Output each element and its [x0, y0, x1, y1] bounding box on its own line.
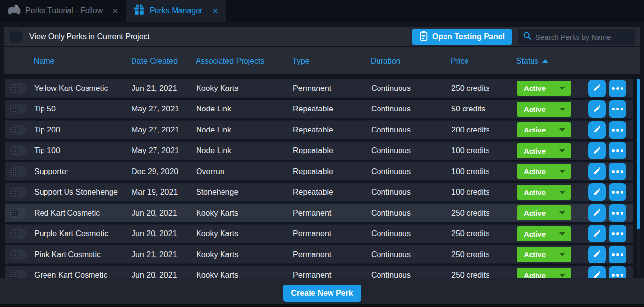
chevron-down-icon	[559, 149, 565, 153]
perk-enabled-toggle[interactable]	[9, 145, 27, 156]
open-testing-panel-button[interactable]: Open Testing Panel	[412, 29, 512, 45]
edit-perk-button[interactable]	[588, 266, 606, 279]
chevron-down-icon	[559, 191, 565, 194]
ellipsis-icon	[612, 170, 623, 173]
more-options-button[interactable]	[609, 183, 626, 201]
edit-perk-button[interactable]	[588, 225, 606, 242]
close-icon[interactable]: ×	[112, 6, 118, 16]
status-dropdown[interactable]: Active	[517, 268, 571, 279]
table-row[interactable]: Support Us Stonehenge Mar 19, 2021 Stone…	[5, 183, 633, 202]
toggle-knob	[11, 126, 19, 134]
cell-associated-projects: Overrun	[196, 167, 293, 176]
perk-enabled-toggle[interactable]	[9, 125, 27, 135]
more-options-button[interactable]	[609, 163, 626, 180]
perk-enabled-toggle[interactable]	[9, 187, 27, 197]
status-dropdown[interactable]: Active	[517, 164, 571, 179]
edit-perk-button[interactable]	[588, 204, 606, 222]
table-row[interactable]: Tip 50 May 27, 2021 Node Link Repeatable…	[5, 100, 633, 119]
more-options-button[interactable]	[609, 225, 626, 242]
table-row[interactable]: Purple Kart Cosmetic Jun 20, 2021 Kooky …	[5, 224, 633, 243]
view-only-checkbox[interactable]	[10, 31, 22, 43]
ellipsis-icon	[612, 212, 623, 215]
perk-enabled-toggle[interactable]	[9, 270, 27, 279]
scrollbar-track[interactable]	[637, 79, 640, 276]
edit-perk-button[interactable]	[588, 142, 606, 159]
more-options-button[interactable]	[609, 121, 626, 139]
cell-type: Repeatable	[293, 105, 371, 113]
more-options-button[interactable]	[609, 266, 626, 279]
column-header-associated-projects[interactable]: Associated Projects	[196, 57, 292, 66]
cell-associated-projects: Kooky Karts	[196, 209, 293, 218]
column-header-price[interactable]: Price	[451, 57, 516, 66]
clipboard-icon	[420, 31, 428, 43]
ellipsis-icon	[612, 253, 623, 256]
more-options-button[interactable]	[609, 80, 626, 97]
edit-perk-button[interactable]	[588, 246, 606, 263]
column-header-name[interactable]: Name	[34, 57, 131, 66]
cell-price: 250 credits	[451, 250, 517, 259]
status-value: Active	[524, 167, 546, 175]
cell-duration: Continuous	[371, 167, 451, 176]
edit-perk-button[interactable]	[588, 80, 606, 97]
column-header-type[interactable]: Type	[292, 57, 371, 66]
search-icon	[523, 31, 532, 42]
more-options-button[interactable]	[609, 100, 626, 118]
perk-enabled-toggle[interactable]	[9, 166, 27, 177]
cell-date-created: Jun 21, 2021	[132, 84, 196, 93]
table-row[interactable]: Supporter Dec 29, 2020 Overrun Repeatabl…	[5, 162, 633, 181]
scrollbar-thumb[interactable]	[637, 79, 640, 229]
chevron-down-icon	[559, 108, 565, 111]
cell-name: Tip 200	[34, 126, 132, 134]
pencil-icon	[593, 249, 601, 260]
toggle-knob	[11, 85, 19, 92]
status-dropdown[interactable]: Active	[517, 81, 571, 96]
status-value: Active	[524, 84, 546, 92]
bottom-strip	[0, 304, 644, 307]
cell-date-created: May 27, 2021	[132, 105, 196, 113]
status-dropdown[interactable]: Active	[517, 102, 571, 117]
table-row[interactable]: Green Kart Cosmetic Jun 20, 2021 Kooky K…	[5, 266, 633, 279]
create-new-perk-button[interactable]: Create New Perk	[283, 285, 361, 302]
status-value: Active	[524, 126, 546, 134]
perk-enabled-toggle[interactable]	[9, 83, 27, 94]
cell-associated-projects: Kooky Karts	[196, 271, 293, 279]
more-options-button[interactable]	[609, 246, 626, 263]
tab-perks-manager[interactable]: Perks Manager ×	[126, 0, 226, 22]
table-row[interactable]: Tip 100 May 27, 2021 Node Link Repeatabl…	[5, 141, 633, 160]
perk-enabled-toggle[interactable]	[9, 208, 27, 219]
table-row[interactable]: Yellow Kart Cosmetic Jun 21, 2021 Kooky …	[5, 79, 633, 98]
edit-perk-button[interactable]	[588, 121, 606, 139]
tab-perks-tutorial[interactable]: Perks Tutorial - Follow ×	[0, 0, 126, 22]
perk-enabled-toggle[interactable]	[9, 228, 27, 239]
status-dropdown[interactable]: Active	[517, 122, 571, 137]
more-options-button[interactable]	[609, 204, 626, 222]
chevron-down-icon	[559, 170, 565, 173]
pencil-icon	[593, 104, 601, 114]
perk-enabled-toggle[interactable]	[9, 104, 27, 114]
cell-price: 250 credits	[451, 271, 517, 279]
table-row[interactable]: Pink Kart Cosmetic Jun 21, 2021 Kooky Ka…	[5, 245, 633, 264]
search-input[interactable]	[535, 33, 630, 41]
pencil-icon	[593, 146, 601, 156]
status-dropdown[interactable]: Active	[517, 185, 571, 200]
table-row[interactable]: Red Kart Cosmetic Jun 20, 2021 Kooky Kar…	[5, 203, 633, 222]
edit-perk-button[interactable]	[588, 183, 606, 201]
status-dropdown[interactable]: Active	[517, 226, 571, 241]
search-box	[518, 29, 635, 45]
table-row[interactable]: Tip 200 May 27, 2021 Node Link Repeatabl…	[5, 120, 633, 139]
status-dropdown[interactable]: Active	[517, 247, 571, 262]
more-options-button[interactable]	[609, 142, 626, 159]
cell-duration: Continuous	[371, 209, 451, 218]
cell-type: Permanent	[293, 250, 371, 259]
status-dropdown[interactable]: Active	[517, 143, 571, 158]
column-header-duration[interactable]: Duration	[371, 57, 451, 66]
edit-perk-button[interactable]	[588, 163, 606, 180]
column-header-date-created[interactable]: Date Created	[131, 57, 196, 66]
chevron-down-icon	[559, 128, 565, 132]
status-dropdown[interactable]: Active	[517, 205, 571, 220]
column-header-status[interactable]: Status	[516, 57, 588, 66]
edit-perk-button[interactable]	[588, 100, 606, 118]
gift-icon	[134, 4, 145, 17]
perk-enabled-toggle[interactable]	[9, 249, 27, 260]
close-icon[interactable]: ×	[212, 6, 218, 16]
